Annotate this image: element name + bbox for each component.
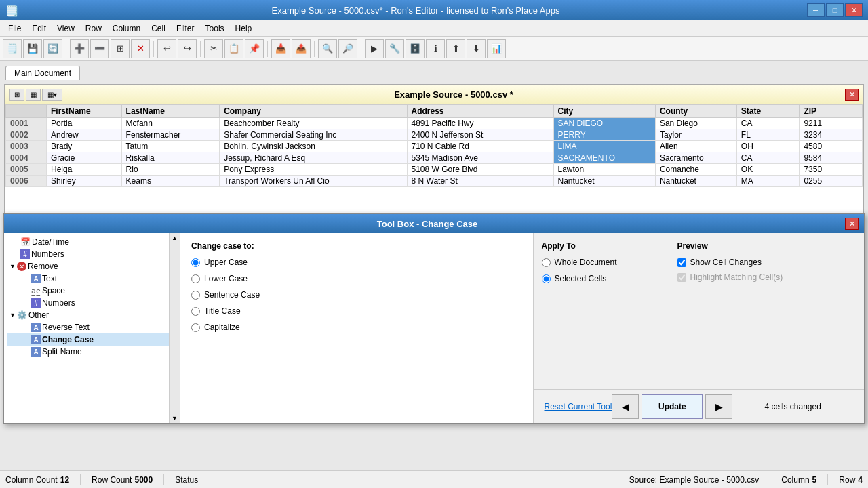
- table-row[interactable]: 0001 Portia Mcfann Beachcomber Realty 48…: [6, 118, 863, 129]
- next-button[interactable]: ▶: [705, 394, 732, 419]
- tb-delete-btn[interactable]: ✕: [131, 39, 150, 58]
- toolbox-close-btn[interactable]: ✕: [845, 218, 859, 230]
- cell-address[interactable]: 8 N Water St: [407, 176, 553, 187]
- table-row[interactable]: 0006 Shirley Keams Transport Workers Un …: [6, 176, 863, 187]
- cell-lastname[interactable]: Riskalla: [121, 152, 220, 164]
- tree-scrollbar[interactable]: ▲ ▼: [169, 233, 180, 423]
- cell-zip[interactable]: 9584: [800, 152, 863, 164]
- tree-item-reverse-text[interactable]: AReverse Text: [7, 321, 177, 333]
- cell-company[interactable]: Shafer Commercial Seating Inc: [220, 129, 407, 141]
- tree-item-split-name[interactable]: ASplit Name: [7, 346, 177, 358]
- cell-city[interactable]: SAN DIEGO: [553, 118, 655, 129]
- tree-item-numbers[interactable]: #Numbers: [7, 297, 177, 309]
- cell-address[interactable]: 5108 W Gore Blvd: [407, 164, 553, 176]
- menu-row[interactable]: Row: [80, 22, 107, 35]
- tree-item-text[interactable]: AText: [7, 272, 177, 285]
- tree-item-change-case[interactable]: AChange Case: [7, 333, 177, 346]
- radio-whole-doc[interactable]: Whole Document: [542, 258, 660, 267]
- cell-firstname[interactable]: Shirley: [47, 176, 122, 187]
- menu-cell[interactable]: Cell: [146, 22, 171, 35]
- cell-county[interactable]: Nantucket: [655, 176, 736, 187]
- tb-grid-btn[interactable]: ⊞: [111, 39, 130, 58]
- spreadsheet-close-btn[interactable]: ✕: [845, 89, 859, 101]
- cell-lastname[interactable]: Keams: [121, 176, 220, 187]
- cell-company[interactable]: Pony Express: [220, 164, 407, 176]
- cell-county[interactable]: Allen: [655, 141, 736, 152]
- checkbox-show-cell-changes[interactable]: Show Cell Changes: [677, 258, 856, 267]
- table-row[interactable]: 0004 Gracie Riskalla Jessup, Richard A E…: [6, 152, 863, 164]
- tree-scroll-down[interactable]: ▼: [172, 415, 178, 422]
- tree-scroll-up[interactable]: ▲: [172, 235, 178, 241]
- tb-extra-btn[interactable]: 📊: [487, 39, 506, 58]
- grid-tb-btn2[interactable]: ▦: [26, 89, 41, 101]
- tb-save-btn[interactable]: 💾: [23, 39, 42, 58]
- cell-firstname[interactable]: Andrew: [47, 129, 122, 141]
- tb-info-btn[interactable]: ℹ: [426, 39, 445, 58]
- cell-firstname[interactable]: Brady: [47, 141, 122, 152]
- reset-link[interactable]: Reset Current Tool: [545, 402, 612, 411]
- tb-search-btn[interactable]: 🔍: [318, 39, 337, 58]
- tab-main-document[interactable]: Main Document: [5, 66, 80, 80]
- cell-city[interactable]: SACRAMENTO: [553, 152, 655, 164]
- radio-sentence-input[interactable]: [191, 291, 200, 300]
- cell-state[interactable]: CA: [736, 118, 800, 129]
- tb-export-btn[interactable]: 📤: [292, 39, 311, 58]
- radio-upper-case[interactable]: Upper Case: [191, 258, 522, 267]
- tb-new-btn[interactable]: 🗒️: [3, 39, 22, 58]
- tb-down-btn[interactable]: ⬇: [467, 39, 486, 58]
- cell-address[interactable]: 710 N Cable Rd: [407, 141, 553, 152]
- cell-address[interactable]: 2400 N Jefferson St: [407, 129, 553, 141]
- cell-company[interactable]: Transport Workers Un Afl Cio: [220, 176, 407, 187]
- cell-company[interactable]: Beachcomber Realty: [220, 118, 407, 129]
- cell-lastname[interactable]: Rio: [121, 164, 220, 176]
- update-button[interactable]: Update: [642, 394, 703, 419]
- tb-up-btn[interactable]: ⬆: [446, 39, 465, 58]
- table-row[interactable]: 0003 Brady Tatum Bohlin, Cywinski Jackso…: [6, 141, 863, 152]
- cell-company[interactable]: Bohlin, Cywinski Jackson: [220, 141, 407, 152]
- menu-file[interactable]: File: [3, 22, 26, 35]
- chk-show-input[interactable]: [677, 258, 686, 267]
- tb-copy-btn[interactable]: 📋: [224, 39, 243, 58]
- tb-paste-btn[interactable]: 📌: [245, 39, 264, 58]
- cell-firstname[interactable]: Helga: [47, 164, 122, 176]
- tb-import-btn[interactable]: 📥: [271, 39, 290, 58]
- tree-item-numbers[interactable]: #Numbers: [7, 248, 177, 260]
- radio-title-input[interactable]: [191, 307, 200, 316]
- tb-redo-btn[interactable]: ↪: [178, 39, 197, 58]
- tb-add-col-btn[interactable]: ➕: [70, 39, 89, 58]
- radio-cap-input[interactable]: [191, 323, 200, 332]
- checkbox-highlight-matching[interactable]: Highlight Matching Cell(s): [677, 272, 856, 282]
- tb-cut-btn[interactable]: ✂: [204, 39, 223, 58]
- cell-city[interactable]: Lawton: [553, 164, 655, 176]
- radio-upper-input[interactable]: [191, 258, 200, 267]
- tree-item-date/time[interactable]: 📅Date/Time: [7, 236, 177, 248]
- radio-selected-cells[interactable]: Selected Cells: [542, 274, 660, 283]
- cell-city[interactable]: Nantucket: [553, 176, 655, 187]
- prev-button[interactable]: ◀: [612, 394, 639, 419]
- cell-state[interactable]: FL: [736, 129, 800, 141]
- cell-zip[interactable]: 4580: [800, 141, 863, 152]
- cell-zip[interactable]: 7350: [800, 164, 863, 176]
- cell-zip[interactable]: 0255: [800, 176, 863, 187]
- cell-state[interactable]: MA: [736, 176, 800, 187]
- tb-find-btn[interactable]: 🔎: [338, 39, 357, 58]
- cell-city[interactable]: PERRY: [553, 129, 655, 141]
- table-row[interactable]: 0005 Helga Rio Pony Express 5108 W Gore …: [6, 164, 863, 176]
- cell-company[interactable]: Jessup, Richard A Esq: [220, 152, 407, 164]
- cell-county[interactable]: San Diego: [655, 118, 736, 129]
- menu-column[interactable]: Column: [107, 22, 146, 35]
- menu-tools[interactable]: Tools: [200, 22, 230, 35]
- cell-address[interactable]: 5345 Madison Ave: [407, 152, 553, 164]
- tree-item-remove[interactable]: ▼✕Remove: [7, 260, 177, 272]
- cell-state[interactable]: OH: [736, 141, 800, 152]
- radio-whole-input[interactable]: [542, 258, 551, 267]
- tb-db-btn[interactable]: 🗄️: [406, 39, 425, 58]
- radio-sentence-case[interactable]: Sentence Case: [191, 290, 522, 300]
- cell-lastname[interactable]: Mcfann: [121, 118, 220, 129]
- tb-undo-btn[interactable]: ↩: [157, 39, 176, 58]
- minimize-button[interactable]: ─: [807, 3, 825, 17]
- tb-refresh-btn[interactable]: 🔄: [43, 39, 62, 58]
- radio-lower-input[interactable]: [191, 274, 200, 283]
- restore-button[interactable]: □: [826, 3, 844, 17]
- cell-county[interactable]: Sacramento: [655, 152, 736, 164]
